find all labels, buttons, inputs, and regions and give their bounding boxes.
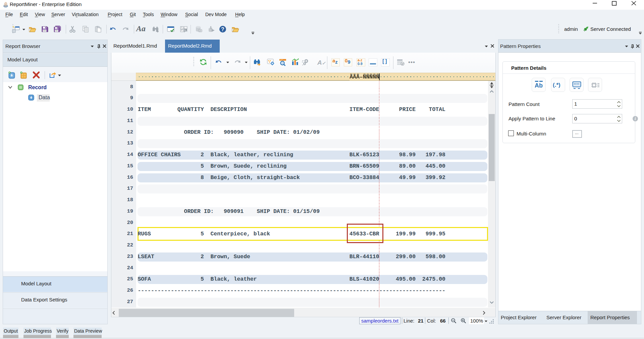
svg-text:?: ?: [221, 26, 224, 32]
